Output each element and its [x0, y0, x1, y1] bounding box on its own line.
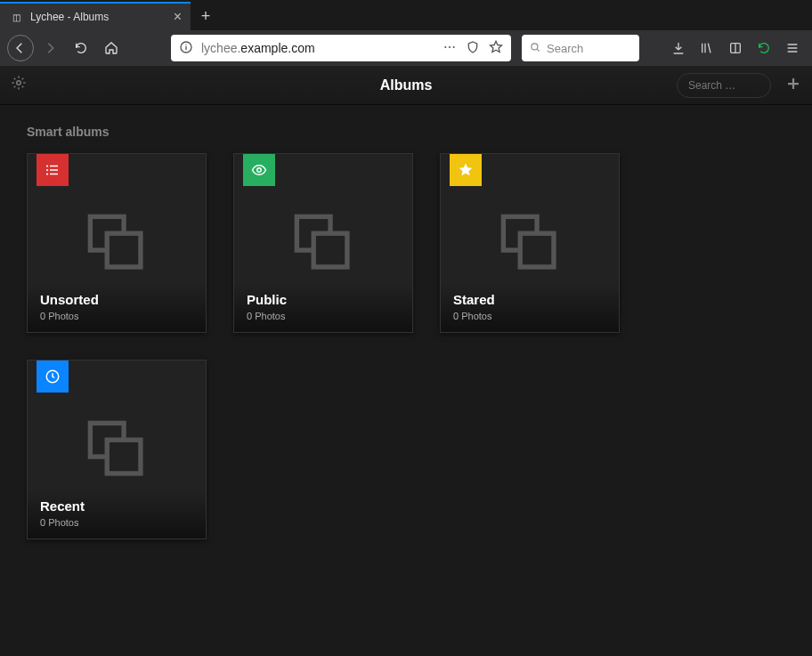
browser-toolbar: lychee.example.com Search: [0, 30, 812, 66]
album-card[interactable]: Unsorted 0 Photos: [27, 153, 207, 333]
album-meta: 0 Photos: [247, 311, 400, 321]
downloads-icon[interactable]: [666, 41, 691, 55]
reload-button[interactable]: [68, 35, 94, 61]
address-bar[interactable]: lychee.example.com: [171, 35, 511, 61]
extension-icon[interactable]: [751, 41, 776, 55]
browser-tabbar: ◫ Lychee - Albums × +: [0, 0, 812, 30]
app-header: Albums: [0, 66, 812, 105]
sidebar-icon[interactable]: [723, 41, 748, 55]
new-tab-button[interactable]: +: [191, 2, 221, 30]
content-area: Smart albums Unsorted 0 Photos Public 0 …: [0, 105, 812, 656]
album-meta: 0 Photos: [453, 311, 606, 321]
browser-search-bar[interactable]: Search: [522, 35, 639, 61]
album-badge: [243, 154, 275, 186]
album-name: Public: [247, 292, 400, 307]
page-actions-icon[interactable]: [442, 40, 458, 57]
forward-button[interactable]: [37, 35, 64, 61]
album-card[interactable]: Public 0 Photos: [233, 153, 413, 333]
app-search-input[interactable]: [677, 73, 771, 98]
site-info-icon[interactable]: [178, 40, 194, 57]
album-badge: [37, 360, 69, 393]
album-badge: [450, 154, 482, 186]
tab-title: Lychee - Albums: [30, 11, 168, 23]
album-meta: 0 Photos: [40, 517, 193, 528]
album-name: Unsorted: [40, 292, 193, 307]
search-placeholder: Search: [547, 42, 583, 55]
album-caption: Stared 0 Photos: [441, 283, 619, 332]
home-button[interactable]: [98, 35, 125, 61]
album-name: Stared: [453, 292, 606, 307]
album-caption: Recent 0 Photos: [28, 490, 206, 539]
album-grid: Unsorted 0 Photos Public 0 Photos Stared…: [27, 153, 785, 539]
close-tab-button[interactable]: ×: [174, 10, 182, 24]
shield-icon[interactable]: [465, 40, 481, 57]
album-name: Recent: [40, 498, 193, 514]
clock-icon: [45, 368, 61, 385]
album-caption: Public 0 Photos: [234, 283, 412, 332]
url-text: lychee.example.com: [201, 41, 434, 55]
bookmark-icon[interactable]: [488, 40, 504, 57]
settings-button[interactable]: [11, 75, 32, 95]
favicon-icon: ◫: [9, 10, 23, 24]
search-icon: [529, 41, 541, 56]
eye-icon: [251, 162, 267, 178]
list-icon: [45, 162, 61, 178]
album-card[interactable]: Recent 0 Photos: [27, 360, 207, 539]
album-badge: [37, 154, 69, 186]
section-title: Smart albums: [27, 125, 785, 139]
menu-icon[interactable]: [780, 41, 805, 55]
album-caption: Unsorted 0 Photos: [28, 283, 206, 332]
library-icon[interactable]: [694, 41, 719, 55]
add-album-button[interactable]: [785, 74, 801, 97]
browser-tab[interactable]: ◫ Lychee - Albums ×: [0, 2, 191, 30]
album-meta: 0 Photos: [40, 311, 193, 321]
back-button[interactable]: [7, 35, 34, 61]
album-card[interactable]: Stared 0 Photos: [440, 153, 620, 333]
star-icon: [458, 162, 474, 178]
